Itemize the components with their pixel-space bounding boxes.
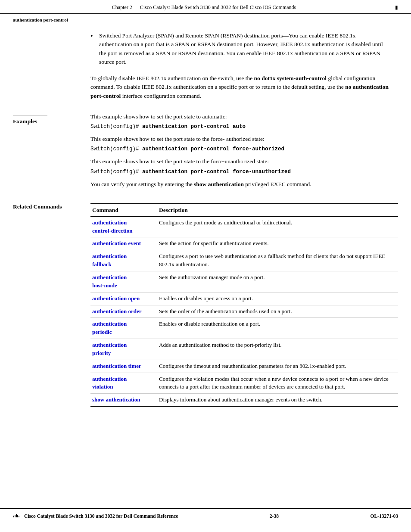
- footer-page-number: 2-38: [270, 513, 279, 519]
- table-cell-command: authenticationcontrol-direction: [90, 216, 157, 237]
- table-row: authentication eventSets the action for …: [90, 237, 398, 250]
- command-link[interactable]: authentication: [92, 342, 127, 348]
- table-cell-description: Sets the action for specific authenticat…: [157, 237, 398, 250]
- footer-left: Cisco Catalyst Blade Switch 3130 and 303…: [13, 512, 178, 520]
- bullet-text: Switched Port Analyzer (SPAN) and Remote…: [99, 31, 389, 66]
- svg-rect-3: [17, 515, 18, 517]
- code-line-2: Switch(config)# authentication port-cont…: [90, 146, 398, 152]
- command-link[interactable]: authentication timer: [92, 363, 141, 369]
- content-area: • Switched Port Analyzer (SPAN) and Remo…: [90, 31, 389, 100]
- table-cell-description: Configures the violation modes that occu…: [157, 373, 398, 394]
- main-content: • Switched Port Analyzer (SPAN) and Remo…: [0, 31, 411, 407]
- bullet-section: • Switched Port Analyzer (SPAN) and Remo…: [90, 31, 389, 66]
- related-commands-table: Command Description authenticationcontro…: [90, 203, 398, 407]
- chapter-label: Chapter 2: [112, 4, 132, 10]
- svg-rect-0: [13, 516, 14, 517]
- header-title: Cisco Catalyst Blade Switch 3130 and 303…: [140, 4, 296, 10]
- cisco-logo-icon: [13, 512, 21, 520]
- table-cell-description: Sets the authorization manager mode on a…: [157, 271, 398, 292]
- page-header: Chapter 2 Cisco Catalyst Blade Switch 31…: [0, 0, 411, 14]
- command-link[interactable]: authentication: [92, 376, 127, 382]
- related-commands-label: Related Commands: [13, 203, 90, 407]
- related-commands-body: Command Description authenticationcontro…: [90, 203, 398, 407]
- examples-body: This example shows how to set the port s…: [90, 112, 398, 191]
- table-cell-command: authenticationfallback: [90, 250, 157, 271]
- table-cell-description: Configures a port to use web authenticat…: [157, 250, 398, 271]
- col-command-header: Command: [90, 204, 157, 217]
- table-row: show authenticationDisplays information …: [90, 394, 398, 407]
- footer-center-text: Cisco Catalyst Blade Switch 3130 and 303…: [24, 513, 178, 519]
- table-cell-command: authentication event: [90, 237, 157, 250]
- verify-text: You can verify your settings by entering…: [90, 180, 398, 189]
- table-header-row: Command Description: [90, 204, 398, 217]
- table-cell-command: authenticationperiodic: [90, 318, 157, 339]
- command-link[interactable]: authentication order: [92, 308, 141, 314]
- command-link[interactable]: fallback: [92, 261, 112, 268]
- code-line-3: Switch(config)# authentication port-cont…: [90, 169, 398, 175]
- table-row: authenticationpriorityAdds an authentica…: [90, 339, 398, 360]
- example-intro-3: This example shows how to set the port s…: [90, 157, 398, 166]
- command-link[interactable]: violation: [92, 383, 113, 390]
- svg-rect-1: [15, 515, 16, 517]
- svg-rect-2: [16, 514, 17, 517]
- table-cell-description: Sets the order of the authentication met…: [157, 305, 398, 318]
- table-row: authenticationfallbackConfigures a port …: [90, 250, 398, 271]
- command-link[interactable]: authentication: [92, 320, 127, 327]
- table-cell-command: authentication open: [90, 292, 157, 305]
- table-cell-description: Adds an authentication method to the por…: [157, 339, 398, 360]
- table-cell-command: authenticationhost-mode: [90, 271, 157, 292]
- header-chapter: Chapter 2 Cisco Catalyst Blade Switch 31…: [112, 4, 296, 11]
- table-cell-description: Enables or disables open access on a por…: [157, 292, 398, 305]
- command-link[interactable]: authentication: [92, 253, 127, 259]
- table-cell-description: Configures the port mode as unidirection…: [157, 216, 398, 237]
- bullet-item: • Switched Port Analyzer (SPAN) and Remo…: [90, 31, 389, 66]
- command-link[interactable]: show authentication: [92, 396, 140, 403]
- command-link[interactable]: control-direction: [92, 227, 132, 234]
- table-cell-description: Enables or disable reauthentication on a…: [157, 318, 398, 339]
- command-link[interactable]: authentication open: [92, 295, 140, 302]
- table-row: authenticationhost-modeSets the authoriz…: [90, 271, 398, 292]
- header-right: ▮: [395, 4, 398, 11]
- table-cell-description: Configures the timeout and reauthenticat…: [157, 360, 398, 373]
- table-cell-command: authentication order: [90, 305, 157, 318]
- page-footer: Cisco Catalyst Blade Switch 3130 and 303…: [0, 508, 411, 523]
- code-line-1: Switch(config)# authentication port-cont…: [90, 124, 398, 130]
- table-row: authenticationperiodicEnables or disable…: [90, 318, 398, 339]
- table-row: authentication timerConfigures the timeo…: [90, 360, 398, 373]
- command-link[interactable]: periodic: [92, 329, 112, 335]
- example-intro-2: This example shows how to set the port s…: [90, 135, 398, 143]
- table-row: authentication openEnables or disables o…: [90, 292, 398, 305]
- table-cell-description: Displays information about authenticatio…: [157, 394, 398, 407]
- table-cell-command: authenticationpriority: [90, 339, 157, 360]
- footer-doc-number: OL-13271-03: [370, 513, 398, 519]
- table-cell-command: show authentication: [90, 394, 157, 407]
- command-link[interactable]: authentication: [92, 274, 127, 280]
- examples-label: Examples: [13, 112, 90, 191]
- table-row: authentication orderSets the order of th…: [90, 305, 398, 318]
- bullet-dot: •: [90, 31, 99, 66]
- command-link[interactable]: authentication: [92, 219, 127, 226]
- command-link[interactable]: priority: [92, 350, 111, 356]
- col-description-header: Description: [157, 204, 398, 217]
- command-link[interactable]: authentication event: [92, 240, 141, 246]
- section-label-top: authentication port-control: [13, 17, 68, 22]
- table-row: authenticationcontrol-directionConfigure…: [90, 216, 398, 237]
- examples-section: Examples This example shows how to set t…: [13, 112, 398, 191]
- table-cell-command: authentication timer: [90, 360, 157, 373]
- related-commands-section: Related Commands Command Description aut…: [13, 203, 398, 407]
- table-row: authenticationviolationConfigures the vi…: [90, 373, 398, 394]
- table-cell-command: authenticationviolation: [90, 373, 157, 394]
- svg-rect-4: [19, 516, 19, 517]
- command-link[interactable]: host-mode: [92, 282, 117, 289]
- example-intro-1: This example shows how to set the port s…: [90, 112, 398, 121]
- intro-paragraph: To globally disable IEEE 802.1x authenti…: [90, 74, 389, 100]
